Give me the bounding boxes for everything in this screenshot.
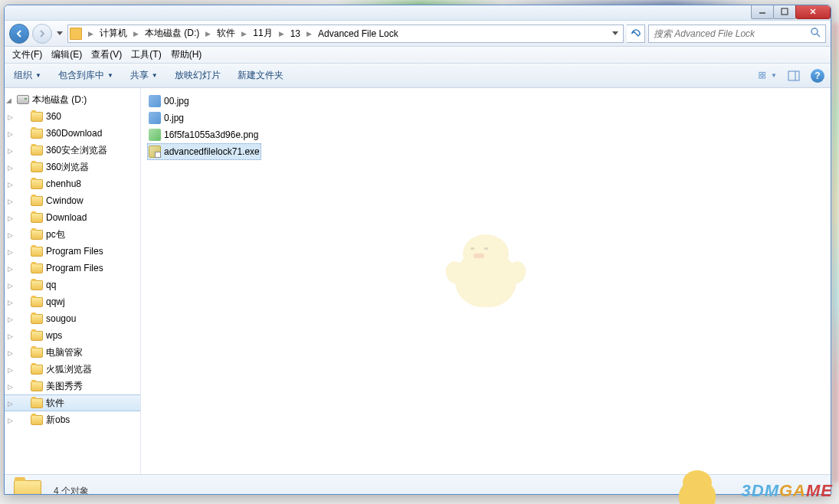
address-bar[interactable]: ▶ 计算机 ▶ 本地磁盘 (D:) ▶ 软件 ▶ 11月 ▶ 13 ▶ Adva… bbox=[67, 25, 624, 43]
menu-help[interactable]: 帮助(H) bbox=[166, 47, 207, 63]
tree-item[interactable]: ▷Program Files bbox=[5, 260, 140, 277]
tree-item[interactable]: ▷电脑管家 bbox=[5, 344, 140, 361]
expand-icon[interactable]: ▷ bbox=[8, 282, 15, 289]
maximize-button[interactable] bbox=[773, 5, 796, 19]
expand-icon[interactable]: ▷ bbox=[8, 164, 15, 171]
breadcrumb-folder[interactable]: 11月 bbox=[250, 26, 275, 41]
svg-rect-8 bbox=[759, 72, 762, 74]
tree-label: 火狐浏览器 bbox=[46, 363, 92, 376]
svg-marker-5 bbox=[612, 31, 618, 35]
expand-icon[interactable]: ▷ bbox=[8, 231, 15, 238]
svg-rect-1 bbox=[782, 8, 788, 15]
expand-icon[interactable]: ▷ bbox=[8, 130, 15, 137]
tree-item[interactable]: ▷软件 bbox=[5, 394, 140, 411]
navigation-pane[interactable]: ◢ 本地磁盘 (D:) ▷360▷360Download▷360安全浏览器▷36… bbox=[5, 88, 141, 474]
forward-button[interactable] bbox=[32, 24, 52, 44]
menu-view[interactable]: 查看(V) bbox=[87, 47, 126, 63]
folder-icon bbox=[31, 129, 43, 139]
chevron-right-icon[interactable]: ▶ bbox=[277, 30, 286, 38]
file-item[interactable]: 00.jpg bbox=[147, 93, 191, 110]
folder-icon bbox=[31, 381, 43, 391]
expand-icon[interactable]: ▷ bbox=[8, 299, 15, 306]
breadcrumb-current[interactable]: Advanced File Lock bbox=[315, 26, 401, 41]
chevron-right-icon[interactable]: ▶ bbox=[132, 30, 140, 38]
slideshow-button[interactable]: 放映幻灯片 bbox=[172, 67, 224, 84]
menu-tools[interactable]: 工具(T) bbox=[126, 47, 166, 63]
tree-item[interactable]: ▷pc包 bbox=[5, 226, 140, 243]
tree-item[interactable]: ▷Program Files bbox=[5, 243, 140, 260]
file-item[interactable]: 16f5fa1055a3d96e.png bbox=[147, 126, 260, 143]
menu-edit[interactable]: 编辑(E) bbox=[47, 47, 87, 63]
tree-item[interactable]: ▷Cwindow bbox=[5, 192, 140, 209]
expand-icon[interactable]: ▷ bbox=[8, 147, 15, 154]
close-button[interactable] bbox=[795, 5, 831, 19]
back-button[interactable] bbox=[9, 24, 29, 44]
expand-icon[interactable]: ▷ bbox=[8, 265, 15, 272]
expand-icon[interactable]: ▷ bbox=[8, 349, 15, 356]
tree-root-drive[interactable]: ◢ 本地磁盘 (D:) bbox=[5, 91, 140, 108]
expand-icon[interactable]: ▷ bbox=[8, 332, 15, 339]
minimize-button[interactable] bbox=[751, 5, 774, 19]
tree-item[interactable]: ▷新obs bbox=[5, 411, 140, 428]
chevron-right-icon[interactable]: ▶ bbox=[87, 30, 95, 38]
file-item[interactable]: advancedfilelock71.exe bbox=[147, 143, 261, 160]
file-item[interactable]: 0.jpg bbox=[147, 110, 185, 126]
breadcrumb-folder[interactable]: 13 bbox=[287, 26, 303, 41]
expand-icon[interactable]: ▷ bbox=[8, 181, 15, 188]
expand-icon[interactable]: ▷ bbox=[8, 400, 15, 407]
breadcrumb-drive[interactable]: 本地磁盘 (D:) bbox=[142, 26, 202, 41]
share-button[interactable]: 共享▼ bbox=[127, 67, 161, 84]
tree-item[interactable]: ▷wps bbox=[5, 327, 140, 344]
address-dropdown[interactable] bbox=[609, 31, 621, 36]
tree-label: 360 bbox=[46, 111, 61, 122]
help-button[interactable]: ? bbox=[811, 69, 824, 83]
include-button[interactable]: 包含到库中▼ bbox=[55, 67, 116, 84]
expand-icon[interactable]: ▷ bbox=[8, 248, 15, 255]
tree-item[interactable]: ▷360 bbox=[5, 108, 140, 125]
tree-item[interactable]: ▷360浏览器 bbox=[5, 159, 140, 175]
tree-item[interactable]: ▷360安全浏览器 bbox=[5, 142, 140, 159]
preview-pane-button[interactable] bbox=[785, 68, 803, 83]
chevron-right-icon[interactable]: ▶ bbox=[305, 30, 313, 38]
search-box[interactable] bbox=[648, 25, 826, 43]
history-dropdown[interactable] bbox=[55, 31, 64, 36]
tree-item[interactable]: ▷360Download bbox=[5, 125, 140, 142]
search-input[interactable] bbox=[654, 28, 807, 39]
expand-icon[interactable]: ▷ bbox=[8, 383, 15, 390]
navigation-bar: ▶ 计算机 ▶ 本地磁盘 (D:) ▶ 软件 ▶ 11月 ▶ 13 ▶ Adva… bbox=[5, 21, 831, 47]
expand-icon[interactable]: ▷ bbox=[8, 316, 15, 322]
file-list[interactable]: 00.jpg0.jpg16f5fa1055a3d96e.pngadvancedf… bbox=[141, 88, 831, 474]
svg-rect-12 bbox=[788, 71, 799, 80]
expand-icon[interactable]: ▷ bbox=[8, 417, 15, 424]
tree-item[interactable]: ▷火狐浏览器 bbox=[5, 361, 140, 378]
expand-icon[interactable]: ▷ bbox=[8, 366, 15, 373]
chevron-right-icon[interactable]: ▶ bbox=[204, 30, 212, 38]
tree-item[interactable]: ▷美图秀秀 bbox=[5, 378, 140, 394]
view-options-button[interactable]: ▼ bbox=[759, 68, 777, 83]
tree-item[interactable]: ▷qq bbox=[5, 277, 140, 293]
folder-icon bbox=[31, 146, 43, 155]
toolbar-right: ▼ ? bbox=[759, 68, 824, 83]
expand-icon[interactable]: ▷ bbox=[8, 214, 15, 221]
svg-marker-4 bbox=[57, 31, 63, 35]
expand-icon[interactable]: ▷ bbox=[8, 198, 15, 205]
refresh-button[interactable] bbox=[627, 25, 645, 43]
folder-icon bbox=[31, 247, 43, 257]
newfolder-button[interactable]: 新建文件夹 bbox=[234, 67, 287, 84]
tree-item[interactable]: ▷Download bbox=[5, 209, 140, 226]
tree-item[interactable]: ▷qqwj bbox=[5, 293, 140, 310]
tree-label: 本地磁盘 (D:) bbox=[32, 93, 87, 106]
organize-button[interactable]: 组织▼ bbox=[11, 67, 44, 84]
chevron-right-icon[interactable]: ▶ bbox=[240, 30, 248, 38]
titlebar[interactable] bbox=[5, 5, 831, 21]
search-icon[interactable] bbox=[810, 27, 821, 41]
tree-item[interactable]: ▷sougou bbox=[5, 310, 140, 327]
tree-label: chenhu8 bbox=[46, 178, 81, 189]
folder-icon bbox=[31, 230, 43, 240]
menu-file[interactable]: 文件(F) bbox=[8, 47, 47, 63]
expand-icon[interactable]: ▷ bbox=[8, 113, 15, 120]
collapse-icon[interactable]: ◢ bbox=[6, 97, 13, 103]
breadcrumb-computer[interactable]: 计算机 bbox=[97, 26, 130, 41]
breadcrumb-folder[interactable]: 软件 bbox=[214, 26, 238, 41]
tree-item[interactable]: ▷chenhu8 bbox=[5, 175, 140, 192]
